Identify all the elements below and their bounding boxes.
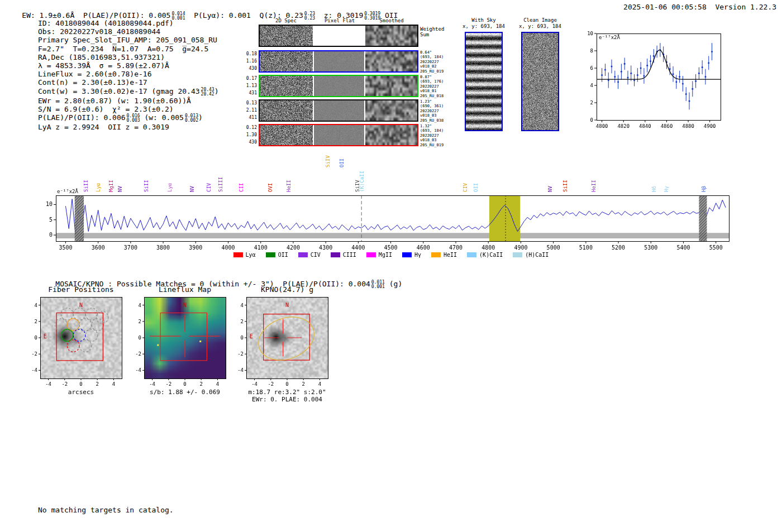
row3-2dspec-image xyxy=(260,100,313,121)
info-plae-w-text: (w: 0.005 xyxy=(140,113,184,122)
fiber-positions-plot xyxy=(26,294,129,389)
info-plae-poii: P(LAE)/P(OII): 0.0060.0160.003 (w: 0.005… xyxy=(38,113,219,123)
legend-label: Lyα xyxy=(246,252,256,258)
legend-item: (H)CaII xyxy=(513,252,549,258)
kpno-caption-1: m:18.7 re:3.2" s:2.0" xyxy=(248,389,326,396)
clean-image-title: Clean Image x, y: 693, 184 xyxy=(519,17,561,30)
mosaic-frac: 0.0110.001 xyxy=(371,280,385,289)
info-plae-text: P(LAE)/P(OII): 0.006 xyxy=(38,113,126,122)
legend-label: (H)CaII xyxy=(525,252,549,258)
spectrum-legend: LyαOIICIVCIIIMgIIHγHeII(K)CaII(H)CaII xyxy=(31,252,751,258)
lineflux-caption: s/b: 1.88 +/- 0.069 xyxy=(150,389,220,396)
spec2d-row1-yticks: 0.18 1.16 430 xyxy=(240,50,257,73)
legend-swatch xyxy=(266,252,275,257)
legend-item: HeII xyxy=(431,252,457,258)
legend-item: Lyα xyxy=(233,252,256,258)
legend-swatch xyxy=(233,252,243,257)
legend-item: CIII xyxy=(331,252,356,258)
weighted-sum-label: Weighted Sum xyxy=(420,26,459,37)
info-plae-frac: 0.0160.003 xyxy=(127,114,140,123)
legend-label: HeII xyxy=(444,252,457,258)
row2-2dspec-image xyxy=(260,76,313,96)
info-id: ID: 4018089044 (4018089044.pdf) xyxy=(38,19,219,27)
header-ew-plae: EW: 1.9±0.6Å P(LAE)/P(OII): 0.005 xyxy=(22,11,170,20)
header-z-lo: 0.3019 xyxy=(364,16,380,21)
header-timestamp-version: 2025-01-06 00:05:58 Version 1.22.3 xyxy=(623,3,776,11)
spec2d-row4 xyxy=(259,124,418,146)
legend-item: CIV xyxy=(298,252,321,258)
info-cont-w-text: Cont(w) = 3.30(±0.02)e-17 (gmag 20.43 xyxy=(38,87,200,95)
legend-swatch xyxy=(402,252,412,257)
weighted-pixelflat-image xyxy=(314,26,364,46)
fiber-positions-title: Fiber Positions xyxy=(48,285,113,294)
info-plae-w-frac: 0.0130.002 xyxy=(185,114,198,123)
header-qz-frac: 0.230.23 xyxy=(304,12,315,21)
info-plae-lo: 0.003 xyxy=(127,118,140,123)
legend-label: OII xyxy=(278,252,288,258)
weighted-sum-row xyxy=(259,25,418,47)
legend-swatch xyxy=(513,252,522,257)
lineflux-map-title: Lineflux Map xyxy=(159,285,211,294)
legend-label: Hγ xyxy=(414,252,421,258)
info-sn-chi2: S/N = 6.9(±0.6) χ² = 2.3(±0.2) xyxy=(38,105,219,113)
detection-info-block: ID: 4018089044 (4018089044.pdf) Obs: 202… xyxy=(38,19,219,131)
info-lambda-sigma: λ = 4853.39Å σ = 5.89(±2.07)Å xyxy=(38,61,219,70)
info-plae-close: ) xyxy=(198,113,203,122)
legend-label: CIII xyxy=(343,252,356,258)
spec2d-row4-yticks: 0.12 1.30 430 xyxy=(240,124,257,146)
spec2d-row1 xyxy=(259,50,418,73)
with-sky-title: With Sky x, y: 693, 184 xyxy=(462,17,505,30)
info-gmag-frac: 20.4320.42 xyxy=(201,88,214,97)
clean-image xyxy=(522,33,558,130)
legend-item: Hγ xyxy=(402,252,421,258)
mosaic-lo: 0.001 xyxy=(371,285,385,289)
info-cont-w-close: ) xyxy=(214,87,219,95)
row4-smoothed-image xyxy=(365,125,417,145)
row3-pixelflat-image xyxy=(314,100,364,121)
clean-image-panel xyxy=(521,32,559,131)
row1-pixelflat-image xyxy=(314,51,364,71)
info-cont-n: Cont(n) = 2.30(±0.13)e-17 xyxy=(38,78,219,87)
legend-label: CIV xyxy=(311,252,321,258)
kpno-caption-2: EWr: 0. PLAE: 0.004 xyxy=(252,396,322,403)
footer-line-1: No matching targets in catalog. xyxy=(38,506,174,515)
spec2d-header-smoothed: Smoothed xyxy=(379,18,403,23)
spec2d-header-pixelflat: Pixel Flat xyxy=(325,18,355,23)
mosaic-suffix: (g) xyxy=(385,280,402,288)
info-gmag-lo: 20.42 xyxy=(201,92,214,97)
spec2d-row4-note: 1.32" (693, 184) 20220227 v018_03 205_RU… xyxy=(420,124,459,147)
kpno-plot xyxy=(232,294,335,389)
legend-item: (K)CaII xyxy=(467,252,503,258)
info-redshifts: LyA z = 2.9924 OII z = 0.3019 xyxy=(38,123,219,131)
legend-swatch xyxy=(467,252,476,257)
info-radec: RA,Dec (185.016983,51.937321) xyxy=(38,53,219,61)
weighted-smoothed-image xyxy=(365,26,417,46)
info-ewr: EWr = 2.80(±0.87) (w: 1.90(±0.60))Å xyxy=(38,97,219,105)
spec2d-row1-note: 0.64" (693, 184) 20220227 v018_02 205_RU… xyxy=(420,50,459,74)
legend-swatch xyxy=(298,252,308,257)
spec2d-row3-yticks: 0.13 2.11 411 xyxy=(240,99,257,122)
spec2d-header-2dspec: 2D Spec xyxy=(275,18,297,23)
header-z-frac: 0.30190.3019 xyxy=(364,12,380,21)
spec2d-row2-note: 0.87" (693, 176) 20220227 v018_01 205_RU… xyxy=(420,75,459,98)
with-sky-image xyxy=(466,33,502,130)
legend-swatch xyxy=(331,252,340,257)
lineflux-map-plot xyxy=(130,294,233,389)
legend-item: OII xyxy=(266,252,288,258)
legend-label: (K)CaII xyxy=(479,252,503,258)
spec2d-row2-yticks: 0.17 1.13 431 xyxy=(240,75,257,97)
spec2d-row2 xyxy=(259,75,418,97)
row1-smoothed-image xyxy=(365,51,417,71)
row3-smoothed-image xyxy=(365,100,417,121)
legend-item: MgII xyxy=(366,252,392,258)
legend-swatch xyxy=(431,252,441,257)
kpno-title: KPNO(24.7) g xyxy=(261,285,313,294)
legend-swatch xyxy=(366,252,376,257)
info-cont-w: Cont(w) = 3.30(±0.02)e-17 (gmag 20.4320.… xyxy=(38,87,219,97)
info-seeing: F=2.7" T=0.234 N̅=1.07 A=0.75 g̅=24.5 xyxy=(38,45,219,53)
info-plae-w-lo: 0.002 xyxy=(185,118,198,123)
row1-2dspec-image xyxy=(260,51,313,71)
spec2d-row3 xyxy=(259,99,418,122)
row2-smoothed-image xyxy=(365,76,417,96)
elixer-report-page: EW: 1.9±0.6Å P(LAE)/P(OII): 0.0050.0140.… xyxy=(0,0,782,532)
